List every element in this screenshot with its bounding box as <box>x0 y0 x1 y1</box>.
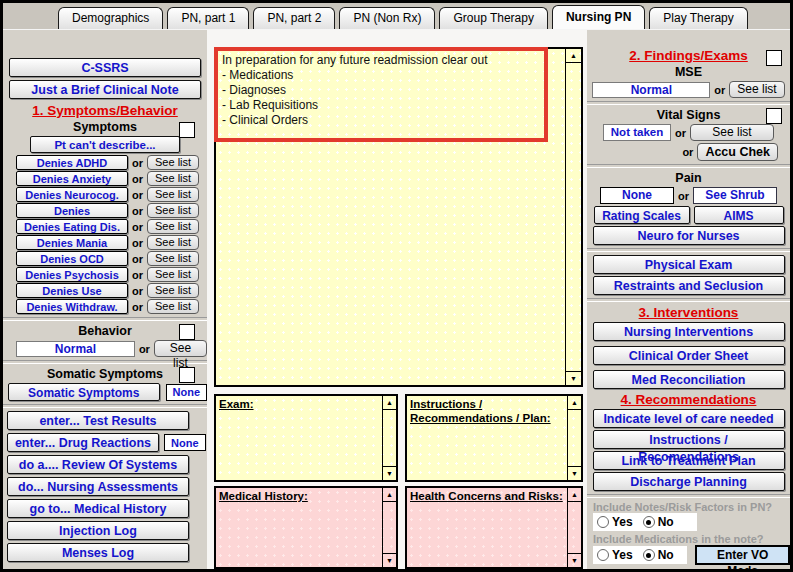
injection-log-button[interactable]: Injection Log <box>7 521 189 540</box>
denies-psychosis-button[interactable]: Denies Psychosis <box>16 267 128 282</box>
physical-exam-button[interactable]: Physical Exam <box>593 255 785 274</box>
radio-yes-unselected[interactable] <box>597 516 609 528</box>
radio-no-selected[interactable] <box>643 549 655 561</box>
medical-history-scrollbar[interactable]: ▲ ▼ <box>382 488 396 567</box>
tab-bar: Demographics PN, part 1 PN, part 2 PN (N… <box>3 3 790 30</box>
mse-see-list-button[interactable]: See list <box>729 81 784 98</box>
highlight-box: In preparation for any future readmissio… <box>214 47 548 142</box>
denies-depression-button[interactable]: Denies Depression <box>16 203 128 218</box>
denies-use-button[interactable]: Denies Use <box>16 283 128 298</box>
recommendations-heading: 4. Recommendations <box>587 392 790 407</box>
tab-play-therapy[interactable]: Play Therapy <box>649 7 747 29</box>
symptoms-checkbox[interactable] <box>179 122 195 138</box>
see-list-button[interactable]: See list <box>147 299 199 314</box>
see-list-button[interactable]: See list <box>147 283 199 298</box>
see-list-button[interactable]: See list <box>147 203 199 218</box>
drug-reactions-none-button[interactable]: None <box>164 434 206 451</box>
med-reconciliation-button[interactable]: Med Reconciliation <box>593 370 785 389</box>
discharge-planning-button[interactable]: Discharge Planning <box>593 472 785 491</box>
review-of-systems-button[interactable]: do a.... Review Of Systems <box>7 455 189 474</box>
radio-yes-unselected[interactable] <box>597 549 609 561</box>
see-list-button[interactable]: See list <box>147 251 199 266</box>
behavior-checkbox[interactable] <box>179 324 195 340</box>
pain-none-field[interactable]: None <box>600 187 674 204</box>
include-medications-radio-group: Yes No <box>593 546 687 564</box>
see-list-button[interactable]: See list <box>147 267 199 282</box>
accu-chek-button[interactable]: Accu Chek <box>697 143 778 161</box>
pain-row: None or See Shrub <box>591 187 786 204</box>
somatic-checkbox[interactable] <box>179 367 195 383</box>
see-list-button[interactable]: See list <box>147 219 199 234</box>
brief-clinical-note-button[interactable]: Just a Brief Clinical Note <box>9 80 201 99</box>
denies-mania-button[interactable]: Denies Mania <box>16 235 128 250</box>
menses-log-button[interactable]: Menses Log <box>7 543 189 562</box>
instructions-textarea[interactable]: Instructions / Recommendations / Plan: ▲… <box>405 394 583 482</box>
medical-history-textarea[interactable]: Medical History: ▲ ▼ <box>214 486 398 569</box>
scroll-down-icon[interactable]: ▼ <box>568 553 581 567</box>
nursing-assessments-button[interactable]: do... Nursing Assessments <box>7 477 189 496</box>
denies-withdraw-button[interactable]: Denies Withdraw. <box>16 299 128 314</box>
scroll-up-icon[interactable]: ▲ <box>568 396 581 410</box>
see-shrub-button[interactable]: See Shrub <box>693 187 777 204</box>
scroll-down-icon[interactable]: ▼ <box>566 371 581 385</box>
drug-reactions-button[interactable]: enter... Drug Reactions <box>7 433 159 452</box>
instructions-recommendations-button[interactable]: Instructions / Recomendations <box>593 430 785 449</box>
somatic-none-button[interactable]: None <box>166 384 208 401</box>
scroll-down-icon[interactable]: ▼ <box>383 466 396 480</box>
scroll-down-icon[interactable]: ▼ <box>383 553 396 567</box>
pt-cant-describe-button[interactable]: Pt can't describe... <box>30 136 180 153</box>
scroll-down-icon[interactable]: ▼ <box>568 466 581 480</box>
findings-checkbox[interactable] <box>766 50 782 66</box>
tab-pn-part-1[interactable]: PN, part 1 <box>167 7 249 29</box>
denies-neurocog-button[interactable]: Denies Neurocog. Dis <box>16 187 128 202</box>
clinical-order-sheet-button[interactable]: Clinical Order Sheet <box>593 346 785 365</box>
nav-row: Menses Log <box>7 543 207 562</box>
exam-scrollbar[interactable]: ▲ ▼ <box>382 396 396 480</box>
mse-label: MSE <box>587 65 790 79</box>
vital-signs-checkbox[interactable] <box>766 108 782 124</box>
test-results-button[interactable]: enter... Test Results <box>7 411 189 430</box>
link-treatment-plan-button[interactable]: Link to Treatment Plan <box>593 451 785 470</box>
tab-pn-part-2[interactable]: PN, part 2 <box>253 7 335 29</box>
aims-button[interactable]: AIMS <box>694 206 784 224</box>
medical-history-button[interactable]: go to... Medical History <box>7 499 189 518</box>
enter-vo-meds-button[interactable]: Enter VO Meds <box>695 545 790 565</box>
behavior-see-list-button[interactable]: See list <box>154 340 207 357</box>
restraints-seclusion-button[interactable]: Restraints and Seclusion <box>593 276 785 295</box>
denies-adhd-button[interactable]: Denies ADHD <box>16 155 128 170</box>
health-concerns-textarea[interactable]: Health Concerns and Risks: ▲ ▼ <box>405 486 583 569</box>
denies-anxiety-button[interactable]: Denies Anxiety <box>16 171 128 186</box>
exam-textarea[interactable]: Exam: ▲ ▼ <box>214 394 398 482</box>
cssrs-button[interactable]: C-SSRS <box>9 58 201 77</box>
scroll-up-icon[interactable]: ▲ <box>568 488 581 502</box>
radio-no-selected[interactable] <box>643 516 655 528</box>
vital-signs-row: Not taken or See list <box>591 124 786 141</box>
scroll-up-icon[interactable]: ▲ <box>566 49 581 63</box>
rating-scales-button[interactable]: Rating Scales <box>594 206 690 224</box>
tab-group-therapy[interactable]: Group Therapy <box>439 7 548 29</box>
somatic-symptoms-button[interactable]: Somatic Symptoms <box>8 383 160 401</box>
note-scrollbar[interactable]: ▲ ▼ <box>565 49 581 385</box>
see-list-button[interactable]: See list <box>147 155 199 170</box>
health-concerns-scrollbar[interactable]: ▲ ▼ <box>567 488 581 567</box>
scroll-up-icon[interactable]: ▲ <box>383 396 396 410</box>
see-list-button[interactable]: See list <box>147 171 199 186</box>
nursing-interventions-button[interactable]: Nursing Interventions <box>593 322 785 341</box>
tab-demographics[interactable]: Demographics <box>58 7 163 29</box>
mse-value-field[interactable]: Normal <box>592 82 710 98</box>
see-list-button[interactable]: See list <box>147 187 199 202</box>
scroll-up-icon[interactable]: ▲ <box>383 488 396 502</box>
vital-see-list-button[interactable]: See list <box>690 124 774 141</box>
not-taken-field[interactable]: Not taken <box>603 124 671 141</box>
progress-note-textarea[interactable]: In preparation for any future readmissio… <box>214 47 583 387</box>
or-label: or <box>132 205 143 217</box>
tab-pn-non-rx[interactable]: PN (Non Rx) <box>339 7 435 29</box>
denies-eating-button[interactable]: Denies Eating Dis. <box>16 219 128 234</box>
see-list-button[interactable]: See list <box>147 235 199 250</box>
neuro-for-nurses-button[interactable]: Neuro for Nurses <box>593 226 785 245</box>
tab-nursing-pn[interactable]: Nursing PN <box>552 5 645 29</box>
instructions-scrollbar[interactable]: ▲ ▼ <box>567 396 581 480</box>
level-of-care-button[interactable]: Indicate level of care needed <box>593 409 785 428</box>
behavior-value-field[interactable]: Normal <box>16 341 135 357</box>
denies-ocd-button[interactable]: Denies OCD <box>16 251 128 266</box>
